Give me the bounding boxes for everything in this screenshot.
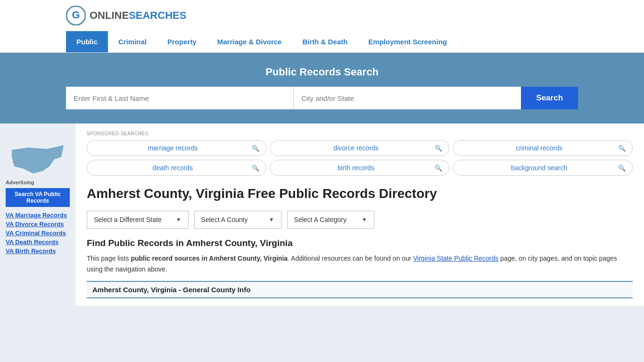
logo-icon: G bbox=[66, 6, 86, 25]
nav-item-employment[interactable]: Employment Screening bbox=[358, 31, 457, 52]
sponsored-pill-birth[interactable]: birth records 🔍 bbox=[270, 160, 450, 176]
sidebar-link-marriage[interactable]: VA Marriage Records bbox=[6, 212, 70, 219]
nav-item-marriage-divorce[interactable]: Marriage & Divorce bbox=[207, 31, 292, 52]
hero-title: Public Records Search bbox=[66, 66, 578, 78]
sponsored-grid: marriage records 🔍 divorce records 🔍 cri… bbox=[87, 140, 633, 176]
sidebar-link-birth[interactable]: VA Birth Records bbox=[6, 247, 70, 255]
search-icon-1: 🔍 bbox=[252, 145, 259, 152]
county-dropdown[interactable]: Select A County ▼ bbox=[194, 211, 281, 229]
search-button[interactable]: Search bbox=[521, 87, 578, 109]
header: G ONLINESEARCHES bbox=[0, 0, 644, 31]
sponsored-pill-marriage[interactable]: marriage records 🔍 bbox=[87, 140, 266, 156]
logo-text: ONLINESEARCHES bbox=[90, 9, 186, 22]
chevron-down-icon-county: ▼ bbox=[269, 216, 274, 223]
category-dropdown[interactable]: Select A Category ▼ bbox=[287, 211, 374, 229]
va-map bbox=[6, 140, 70, 180]
logo: G ONLINESEARCHES bbox=[66, 6, 186, 25]
sponsored-pill-death[interactable]: death records 🔍 bbox=[87, 160, 266, 176]
nav: Public Criminal Property Marriage & Divo… bbox=[0, 31, 644, 53]
main-container: Advertising Search VA Public Records VA … bbox=[0, 123, 644, 306]
nav-item-birth-death[interactable]: Birth & Death bbox=[292, 31, 358, 52]
nav-item-criminal[interactable]: Criminal bbox=[108, 31, 157, 52]
sidebar-link-divorce[interactable]: VA Divorce Records bbox=[6, 221, 70, 228]
nav-item-property[interactable]: Property bbox=[157, 31, 207, 52]
sidebar-link-death[interactable]: VA Death Records bbox=[6, 239, 70, 246]
location-input[interactable] bbox=[294, 87, 521, 109]
page-title: Amherst County, Virginia Free Public Rec… bbox=[87, 185, 633, 202]
content-area: SPONSORED SEARCHES marriage records 🔍 di… bbox=[75, 123, 644, 306]
sponsored-pill-criminal[interactable]: criminal records 🔍 bbox=[453, 140, 633, 156]
search-icon-5: 🔍 bbox=[435, 165, 442, 172]
sidebar-ad-button[interactable]: Search VA Public Records bbox=[6, 188, 70, 207]
nav-item-public[interactable]: Public bbox=[66, 31, 108, 52]
find-title: Find Public Records in Amherst County, V… bbox=[87, 238, 633, 248]
search-icon-2: 🔍 bbox=[435, 145, 442, 152]
sidebar-link-criminal[interactable]: VA Criminal Records bbox=[6, 230, 70, 237]
svg-text:G: G bbox=[72, 9, 80, 21]
sidebar-ad-label: Advertising bbox=[6, 180, 70, 185]
find-text-mid: . Additional resources can be found on o… bbox=[288, 255, 413, 262]
sponsored-pill-divorce[interactable]: divorce records 🔍 bbox=[270, 140, 450, 156]
search-icon-4: 🔍 bbox=[252, 165, 259, 172]
sidebar: Advertising Search VA Public Records VA … bbox=[0, 123, 75, 306]
search-bar: Search bbox=[66, 87, 578, 109]
category-dropdown-label: Select A Category bbox=[294, 216, 347, 223]
chevron-down-icon-category: ▼ bbox=[362, 216, 367, 223]
county-dropdown-label: Select A County bbox=[201, 216, 248, 223]
search-icon-3: 🔍 bbox=[618, 145, 626, 152]
sponsored-pill-background[interactable]: background search 🔍 bbox=[453, 160, 633, 176]
chevron-down-icon-state: ▼ bbox=[176, 216, 182, 223]
search-icon-6: 🔍 bbox=[618, 165, 626, 172]
state-records-link[interactable]: Virginia State Public Records bbox=[413, 255, 498, 262]
county-info-header: Amherst County, Virginia - General Count… bbox=[87, 281, 633, 298]
find-text-bold: public record sources in Amherst County,… bbox=[131, 255, 288, 262]
find-text-intro: This page lists bbox=[87, 255, 131, 262]
find-text: This page lists public record sources in… bbox=[87, 253, 633, 274]
svg-marker-2 bbox=[12, 145, 64, 173]
state-dropdown[interactable]: Select a Different State ▼ bbox=[87, 211, 189, 229]
state-dropdown-label: Select a Different State bbox=[94, 216, 162, 223]
name-input[interactable] bbox=[66, 87, 294, 109]
sponsored-label: SPONSORED SEARCHES bbox=[87, 131, 633, 136]
dropdowns-row: Select a Different State ▼ Select A Coun… bbox=[87, 211, 633, 229]
hero-section: Public Records Search Search bbox=[0, 53, 644, 123]
